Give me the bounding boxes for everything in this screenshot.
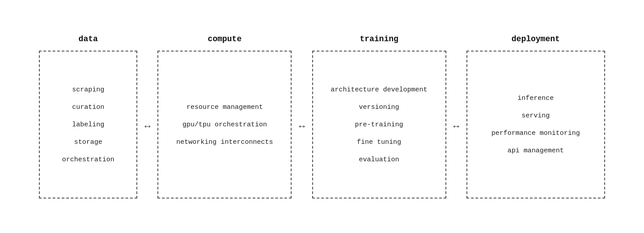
data-item-2: labeling xyxy=(72,121,104,129)
column-title-training: training xyxy=(360,35,398,43)
column-title-data: data xyxy=(79,35,98,43)
deployment-item-1: serving xyxy=(521,112,550,120)
data-item-3: storage xyxy=(74,138,102,146)
arrow-2: ↔ xyxy=(292,121,312,132)
arrow-3: ↔ xyxy=(446,121,466,132)
training-item-4: evaluation xyxy=(359,156,399,164)
training-item-1: versioning xyxy=(359,104,399,111)
column-compute: compute resource management gpu/tpu orch… xyxy=(157,35,292,198)
deployment-item-0: inference xyxy=(517,95,554,102)
box-data: scraping curation labeling storage orche… xyxy=(39,51,137,198)
training-item-0: architecture development xyxy=(331,86,428,94)
deployment-item-2: performance monitoring xyxy=(491,129,580,137)
data-item-4: orchestration xyxy=(62,156,114,164)
column-data: data scraping curation labeling storage … xyxy=(39,35,137,198)
column-title-deployment: deployment xyxy=(512,35,560,43)
data-item-0: scraping xyxy=(72,86,104,94)
column-training: training architecture development versio… xyxy=(312,35,446,198)
box-deployment: inference serving performance monitoring… xyxy=(466,51,605,198)
column-title-compute: compute xyxy=(208,35,242,43)
compute-item-2: networking interconnects xyxy=(176,138,273,146)
box-compute: resource management gpu/tpu orchestratio… xyxy=(157,51,292,198)
deployment-item-3: api management xyxy=(508,147,564,155)
training-item-2: pre-training xyxy=(355,121,403,129)
arrow-1: ↔ xyxy=(137,121,157,132)
box-training: architecture development versioning pre-… xyxy=(312,51,446,198)
diagram: data scraping curation labeling storage … xyxy=(18,35,626,198)
column-deployment: deployment inference serving performance… xyxy=(466,35,605,198)
compute-item-1: gpu/tpu orchestration xyxy=(182,121,267,129)
data-item-1: curation xyxy=(72,104,104,111)
compute-item-0: resource management xyxy=(186,104,263,111)
training-item-3: fine tuning xyxy=(357,138,401,146)
